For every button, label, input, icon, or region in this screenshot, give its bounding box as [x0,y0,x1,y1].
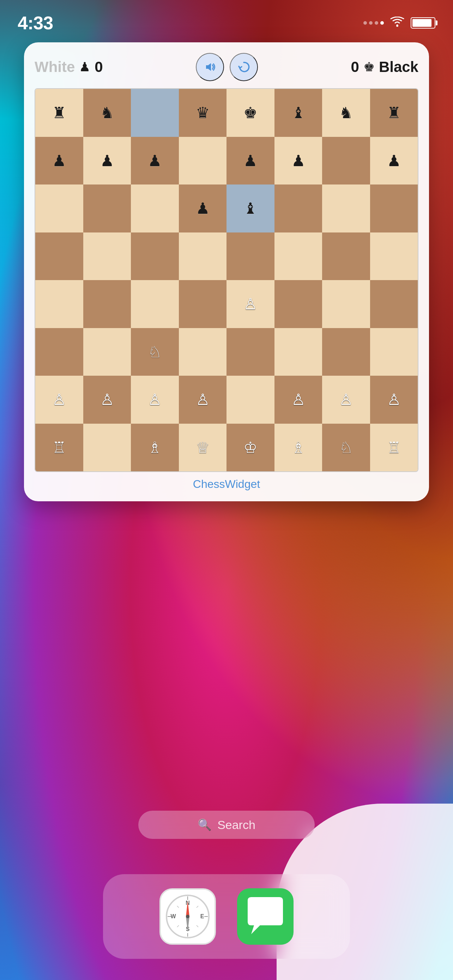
white-score: 0 [95,59,103,75]
chess-cell[interactable] [179,137,227,185]
chess-cell[interactable]: ♙ [83,376,131,424]
chess-cell[interactable] [131,89,179,137]
chess-board[interactable]: ♜♞♛♚♝♞♜♟♟♟♟♟♟♟♝♙♘♙♙♙♙♙♙♙♖♗♕♔♗♘♖ [35,88,418,472]
svg-point-0 [396,25,398,27]
chess-cell[interactable] [83,280,131,328]
chess-cell[interactable]: ♟ [83,137,131,185]
chess-cell[interactable] [275,185,323,232]
chess-cell[interactable]: ♟ [35,137,83,185]
chess-cell[interactable]: ♖ [370,424,418,472]
black-label: Black [379,59,418,75]
chess-cell[interactable]: ♟ [275,137,323,185]
chess-cell[interactable]: ♜ [370,89,418,137]
status-time: 4:33 [17,12,53,33]
battery-icon [411,17,436,29]
chess-cell[interactable] [35,185,83,232]
chess-cell[interactable] [35,232,83,280]
chess-cell[interactable] [370,280,418,328]
signal-icon [363,21,384,25]
white-score-area: White ♟ 0 [35,59,103,75]
chess-cell[interactable]: ♝ [227,185,275,232]
search-bar[interactable]: 🔍 Search [138,811,315,839]
chess-cell[interactable]: ♟ [227,137,275,185]
search-icon: 🔍 [197,818,212,832]
chess-cell[interactable]: ♕ [179,424,227,472]
dock: N S W E [103,874,350,959]
chess-cell[interactable] [322,232,370,280]
chess-cell[interactable] [131,280,179,328]
battery-fill [412,19,431,27]
black-score: 0 [351,59,359,75]
chess-cell[interactable] [35,280,83,328]
chess-cell[interactable]: ♙ [35,376,83,424]
refresh-button[interactable] [230,53,258,81]
chess-cell[interactable]: ♙ [275,376,323,424]
black-king-icon: ♚ [363,60,375,75]
chess-cell[interactable]: ♙ [370,376,418,424]
black-score-area: 0 ♚ Black [351,59,418,75]
white-label: White [35,59,75,75]
search-label: Search [217,818,256,832]
widget-title: ChessWidget [35,478,418,491]
chess-cell[interactable]: ♘ [322,424,370,472]
svg-point-12 [186,915,189,918]
wifi-icon [390,16,404,30]
safari-app-icon[interactable]: N S W E [159,888,216,945]
svg-text:E: E [200,913,204,920]
chess-cell[interactable]: ♟ [179,185,227,232]
chess-cell[interactable] [227,232,275,280]
chess-cell[interactable] [131,232,179,280]
chess-cell[interactable] [322,137,370,185]
chess-cell[interactable]: ♗ [131,424,179,472]
chess-cell[interactable]: ♘ [131,328,179,376]
chess-widget: White ♟ 0 0 ♚ Black [24,42,429,501]
chess-cell[interactable] [83,232,131,280]
chess-cell[interactable] [370,328,418,376]
chess-cell[interactable] [35,328,83,376]
chess-cell[interactable] [83,424,131,472]
status-icons [363,16,436,30]
chess-cell[interactable]: ♚ [227,89,275,137]
chess-cell[interactable]: ♖ [35,424,83,472]
status-bar: 4:33 [0,0,453,35]
chess-cell[interactable] [275,328,323,376]
chess-cell[interactable]: ♜ [35,89,83,137]
messages-app-icon[interactable] [237,888,294,945]
chess-cell[interactable] [322,185,370,232]
widget-header: White ♟ 0 0 ♚ Black [35,53,418,81]
chess-cell[interactable] [322,280,370,328]
chess-cell[interactable]: ♙ [227,280,275,328]
chess-cell[interactable]: ♟ [370,137,418,185]
chess-cell[interactable] [83,185,131,232]
chess-cell[interactable] [179,232,227,280]
chess-cell[interactable] [322,328,370,376]
chess-cell[interactable] [179,328,227,376]
sound-button[interactable] [196,53,224,81]
chess-cell[interactable] [275,280,323,328]
chess-cell[interactable]: ♗ [275,424,323,472]
white-pawn-icon: ♟ [79,60,90,75]
chess-cell[interactable]: ♙ [322,376,370,424]
chess-cell[interactable] [370,232,418,280]
control-buttons [196,53,258,81]
chess-cell[interactable]: ♙ [179,376,227,424]
chess-cell[interactable]: ♟ [131,137,179,185]
chess-cell[interactable]: ♛ [179,89,227,137]
chess-cell[interactable]: ♞ [322,89,370,137]
chess-cell[interactable] [83,328,131,376]
chess-cell[interactable]: ♔ [227,424,275,472]
chess-cell[interactable] [179,280,227,328]
svg-text:W: W [170,913,176,920]
chess-cell[interactable]: ♙ [131,376,179,424]
chess-cell[interactable] [370,185,418,232]
chess-cell[interactable] [131,185,179,232]
chess-cell[interactable]: ♝ [275,89,323,137]
chess-cell[interactable]: ♞ [83,89,131,137]
chess-cell[interactable] [227,376,275,424]
chess-cell[interactable] [275,232,323,280]
chess-cell[interactable] [227,328,275,376]
